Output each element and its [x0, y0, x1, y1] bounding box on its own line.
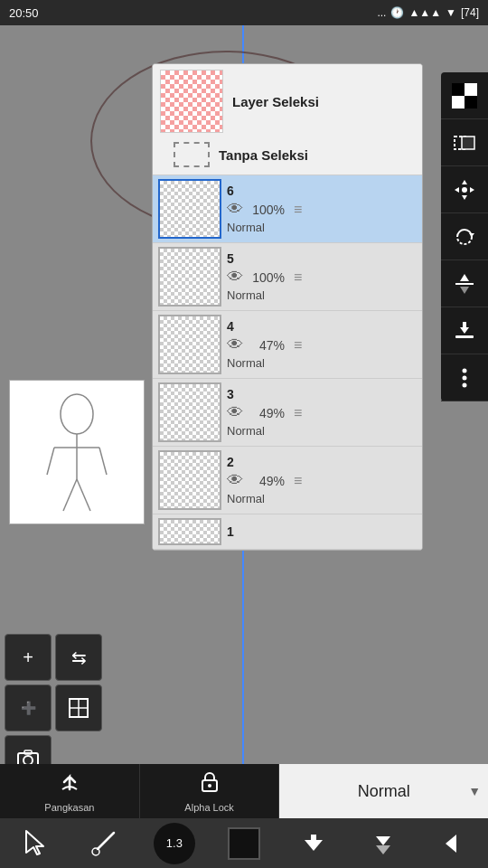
svg-marker-42 — [376, 845, 390, 854]
menu-icon-6[interactable]: ≡ — [294, 202, 302, 218]
eye-icon-4[interactable]: 👁 — [227, 335, 243, 354]
layer-thumb-5 — [158, 247, 221, 307]
nav-bar: 1.3 — [0, 818, 488, 868]
menu-icon-5[interactable]: ≡ — [294, 269, 302, 286]
download-button[interactable] — [441, 307, 488, 354]
svg-point-35 — [208, 784, 211, 788]
flip-vertical-icon — [453, 272, 476, 296]
flip-button[interactable]: ⇆ — [55, 634, 102, 681]
move-all-button[interactable] — [441, 166, 488, 213]
rotate-button[interactable] — [441, 213, 488, 260]
svg-rect-14 — [465, 96, 477, 108]
layer-check-2 — [160, 452, 220, 508]
eye-icon-6[interactable]: 👁 — [227, 200, 243, 219]
color-button[interactable] — [221, 821, 267, 866]
status-icons: ... 🕐 ▲▲▲ ▼ [74] — [377, 6, 479, 19]
no-sel-row: Tanpa Seleksi — [153, 138, 422, 175]
layer-blend-6: Normal — [227, 221, 417, 234]
svg-line-5 — [63, 479, 77, 511]
layer-info-1: 1 — [227, 524, 417, 539]
eye-icon-2[interactable]: 👁 — [227, 471, 243, 490]
svg-marker-41 — [376, 836, 390, 845]
brush-size-label: 1.3 — [166, 836, 183, 850]
menu-icon-3[interactable]: ≡ — [294, 405, 302, 421]
brush-size-circle: 1.3 — [154, 823, 195, 864]
tool-row-2: ➕ — [5, 684, 102, 731]
eye-icon-3[interactable]: 👁 — [227, 403, 243, 422]
svg-marker-21 — [455, 187, 459, 193]
back-arrow-icon — [438, 829, 467, 858]
alpha-lock-label: Alpha Lock — [184, 802, 233, 813]
layer-item-1[interactable]: 1 — [153, 514, 422, 550]
rotate-icon — [453, 225, 476, 249]
back-button[interactable] — [430, 821, 475, 866]
layer-item-5[interactable]: 5 👁 100% ≡ Normal — [153, 243, 422, 311]
layer-num-2: 2 — [227, 455, 417, 469]
menu-icon-4[interactable]: ≡ — [294, 337, 302, 354]
checkerboard-button[interactable] — [441, 72, 488, 119]
layer-info-2: 2 👁 49% ≡ Normal — [227, 455, 417, 505]
layer-selection-header: Layer Seleksi Tanpa Seleksi — [153, 64, 422, 175]
brush-size-button[interactable]: 1.3 — [152, 821, 197, 866]
layer-controls-5: 👁 100% ≡ — [227, 268, 417, 287]
clip-mask-button[interactable] — [55, 684, 102, 731]
layer-thumb-4 — [158, 315, 221, 374]
svg-rect-13 — [452, 83, 465, 96]
undo-button[interactable] — [291, 821, 336, 866]
download-icon — [453, 319, 476, 343]
layer-num-4: 4 — [227, 319, 417, 334]
layer-sel-row: Layer Seleksi — [153, 64, 422, 138]
layer-item-4[interactable]: 4 👁 47% ≡ Normal — [153, 311, 422, 379]
no-sel-box — [174, 142, 210, 167]
layer-item-3[interactable]: 3 👁 49% ≡ Normal — [153, 379, 422, 447]
eye-icon-5[interactable]: 👁 — [227, 268, 243, 287]
layer-item-6[interactable]: 6 👁 100% ≡ Normal — [153, 175, 422, 243]
svg-rect-40 — [311, 835, 316, 844]
layer-thumb-2 — [158, 450, 221, 510]
more-options-button[interactable] — [441, 354, 488, 401]
layer-check-6 — [160, 181, 220, 237]
wifi-icon: ▼ — [446, 6, 456, 19]
network-bars-icon: ▲▲▲ — [408, 6, 441, 19]
layer-check-3 — [160, 384, 220, 440]
add-sublayer-button[interactable]: ➕ — [5, 684, 52, 731]
svg-marker-26 — [460, 274, 469, 281]
layer-blend-5: Normal — [227, 288, 417, 302]
svg-line-6 — [77, 479, 90, 511]
down-arrow-icon — [299, 829, 328, 858]
layer-num-6: 6 — [227, 184, 417, 198]
layer-info-5: 5 👁 100% ≡ Normal — [227, 251, 417, 302]
flip-vertical-button[interactable] — [441, 260, 488, 307]
layer-controls-2: 👁 49% ≡ — [227, 471, 417, 490]
menu-icon-2[interactable]: ≡ — [294, 473, 302, 489]
layer-info-6: 6 👁 100% ≡ Normal — [227, 184, 417, 234]
alpha-lock-button[interactable]: Alpha Lock — [140, 764, 280, 818]
layer-item-2[interactable]: 2 👁 49% ≡ Normal — [153, 447, 422, 514]
bottom-bar: Pangkasan Alpha Lock Normal ▼ — [0, 764, 488, 818]
pangkasan-button[interactable]: Pangkasan — [0, 764, 140, 818]
layer-info-4: 4 👁 47% ≡ Normal — [227, 319, 417, 370]
blend-mode-selector[interactable]: Normal ▼ — [279, 764, 488, 818]
sketch-preview — [9, 380, 145, 524]
svg-line-3 — [47, 448, 54, 475]
svg-point-33 — [463, 382, 467, 387]
add-layer-button[interactable]: + — [5, 634, 52, 681]
down-double-arrow-icon — [369, 829, 398, 858]
tool-row-1: + ⇆ — [5, 634, 102, 681]
pangkasan-label: Pangkasan — [44, 802, 94, 813]
pangkasan-icon — [57, 769, 82, 800]
svg-marker-36 — [26, 831, 43, 854]
layer-blend-3: Normal — [227, 424, 417, 438]
redo-button[interactable] — [361, 821, 406, 866]
selection-copy-button[interactable] — [441, 119, 488, 166]
brush-tool-button[interactable] — [82, 821, 127, 866]
sketch-figure — [10, 381, 144, 524]
svg-point-32 — [463, 375, 467, 380]
svg-rect-30 — [463, 322, 466, 331]
tool-select-button[interactable] — [13, 821, 58, 866]
tool-panel: + ⇆ ➕ — [5, 634, 102, 782]
layer-blend-2: Normal — [227, 492, 417, 505]
layer-opacity-3: 49% — [249, 406, 285, 420]
right-toolbar — [441, 72, 488, 401]
layer-check-5 — [160, 249, 220, 305]
